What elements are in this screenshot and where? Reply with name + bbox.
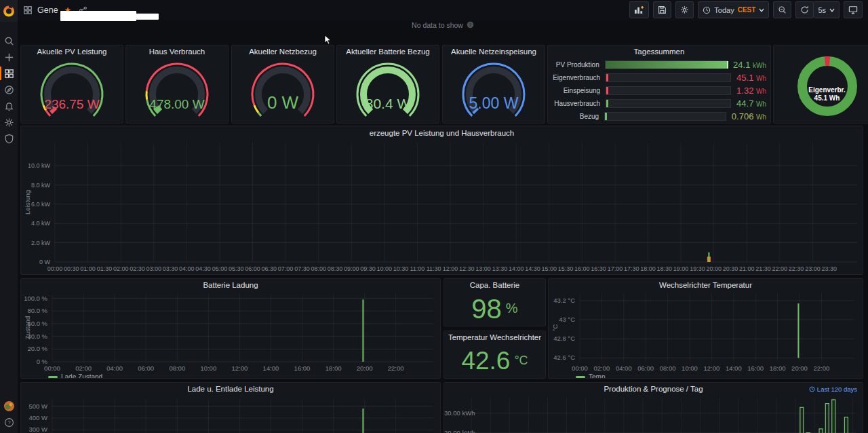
kiosk-mode-button[interactable] <box>844 1 863 18</box>
sidebar-item-dashboards[interactable] <box>0 65 18 81</box>
monitor-icon <box>848 5 858 14</box>
bar-gauge-row: PV Produktion24.1 kWh <box>551 59 766 71</box>
bar-gauge-row: Eigenverbrauch45.1 Wh <box>551 72 766 83</box>
y-axis-tick-label: 42.8 °C <box>549 335 575 343</box>
sidebar-item-profile[interactable] <box>0 398 18 414</box>
gauge: 0 W <box>232 58 334 123</box>
chart-legend: erzeugter StromVerbrauch <box>51 274 165 275</box>
sidebar-item-search[interactable] <box>0 33 18 49</box>
navbar: Gene ★ <box>18 0 868 20</box>
panel-wechselrichter-temperatur[interactable]: Wechselrichter Temperatur 42.6 °C42.8 °C… <box>548 278 863 379</box>
bar-gauge-label: Eigenverbrauch <box>551 74 606 81</box>
panel-title[interactable]: Batterie Ladung <box>21 279 440 291</box>
panel-title[interactable]: Temperatur Wechselrichter <box>444 331 545 343</box>
gauge: 80.4 W <box>337 58 439 123</box>
bar-gauge-fill <box>606 87 608 94</box>
y-axis-tick-label: 10.0 kW <box>21 162 50 170</box>
panel-title[interactable]: Haus Verbrauch <box>126 45 228 58</box>
shield-icon <box>4 134 14 144</box>
legend-item[interactable]: erzeugter Strom <box>51 274 113 275</box>
gauge-value: 5.00 W <box>469 94 519 112</box>
refresh-interval-select[interactable]: 5s <box>814 1 840 18</box>
panel-tagessummen[interactable]: Tagessummen PV Produktion24.1 kWhEigenve… <box>547 45 771 124</box>
panel-title[interactable]: Capa. Batterie <box>444 279 545 291</box>
panel-title[interactable]: Akuelle PV Leistung <box>21 45 123 58</box>
legend-item[interactable]: Lade Zustand <box>48 373 102 379</box>
panel-gauge-pv-leistung[interactable]: Akuelle PV Leistung 236.75 W <box>20 45 123 124</box>
donut-label: Eigenverbr. 45.1 Wh <box>774 86 868 102</box>
panel-title[interactable]: Akuelle Netzeinspeisung <box>443 45 545 58</box>
avatar <box>3 400 15 412</box>
panel-gauge-batterie-bezug[interactable]: Aktueller Batterie Bezug 80.4 W <box>336 45 439 124</box>
y-axis-tick-label: 500 W <box>21 402 47 411</box>
y-axis-tick-label: 20.00 kWh <box>444 429 467 433</box>
panel-gauge-netzbezug[interactable]: Akueller Netzbezug 0 W <box>231 45 334 124</box>
sidebar-item-create[interactable] <box>0 49 18 65</box>
time-range-link[interactable]: Last 120 days <box>809 385 857 393</box>
chart-legend: Lade Zustand <box>48 373 102 379</box>
legend-item[interactable]: Temp. <box>576 373 607 379</box>
sidebar-item-help[interactable]: ? <box>0 414 18 430</box>
time-range-picker[interactable]: Today CEST <box>698 1 769 18</box>
panel-title[interactable]: Produktion & Prognose / Tag <box>444 383 863 395</box>
stat-value: 42.6 <box>461 348 510 373</box>
compass-icon <box>4 85 14 95</box>
grafana-logo-icon <box>2 4 16 18</box>
bar-gauge-track <box>606 86 731 95</box>
info-icon[interactable]: ? <box>467 21 474 29</box>
panel-title[interactable]: Akueller Netzbezug <box>232 45 334 58</box>
panel-gauge-haus-verbrauch[interactable]: Haus Verbrauch 478.00 W <box>125 45 229 124</box>
y-axis-tick-label: 8.0 kW <box>21 181 50 189</box>
y-axis-tick-label: 43.2 °C <box>549 297 575 305</box>
refresh-button[interactable] <box>795 1 814 18</box>
panel-title[interactable]: Aktueller Batterie Bezug <box>337 45 439 58</box>
panel-gauge-netzeinspeisung[interactable]: Akuelle Netzeinspeisung 5.00 W <box>442 45 545 124</box>
dashboard-settings-button[interactable] <box>675 1 694 18</box>
add-panel-button[interactable] <box>629 1 649 18</box>
refresh-interval-label: 5s <box>818 6 826 14</box>
panel-title[interactable]: Tagessummen <box>548 45 770 58</box>
donut-label-name: Eigenverbr. <box>774 86 868 94</box>
no-data-text: No data to show <box>412 21 463 29</box>
bar-gauge-fill <box>605 113 607 120</box>
svg-text:?: ? <box>469 22 472 27</box>
bar-gauge-track <box>606 73 731 82</box>
panel-title[interactable]: Wechselrichter Temperatur <box>549 279 863 291</box>
zoom-out-button[interactable] <box>773 1 791 18</box>
panel-title[interactable]: erzeugte PV Leistung und Hausverbrauch <box>21 126 863 140</box>
clock-icon <box>703 6 711 14</box>
panel-eigenverbrauch-donut[interactable]: ↗ Eigenverbr. 45.1 Wh <box>773 45 868 124</box>
panel-pv-leistung-hausverbrauch[interactable]: erzeugte PV Leistung und Hausverbrauch 0… <box>20 126 863 275</box>
chart-canvas <box>444 395 863 433</box>
panel-batterie-ladung[interactable]: Batterie Ladung 0 %20.0 %40.0 %60.0 %80.… <box>20 278 441 379</box>
bar-chart: 30.00 kWh20.00 kWh10.00 kWh <box>444 395 863 433</box>
panel-lade-entlade-leistung[interactable]: Lade u. Entlade Leistung 500 W400 W300 W… <box>20 382 441 433</box>
legend-item[interactable]: Verbrauch <box>122 274 166 275</box>
sidebar-item-alerting[interactable] <box>0 98 18 114</box>
annotation-row: No data to show ? <box>18 20 868 29</box>
stat-unit: % <box>506 301 518 316</box>
stat-unit: °C <box>514 354 528 368</box>
sidebar-item-configuration[interactable] <box>0 114 18 130</box>
chart-canvas <box>21 395 440 433</box>
y-axis-tick-label: 400 W <box>21 414 47 422</box>
chart-legend: Temp. <box>576 373 607 379</box>
x-axis-tick-label: 04:00 <box>98 364 131 373</box>
panel-stat-temperatur-wechselrichter[interactable]: Temperatur Wechselrichter 42.6 °C <box>443 331 546 379</box>
y-axis-tick-label: 30.00 kWh <box>444 409 467 417</box>
sidebar-item-explore[interactable] <box>0 81 18 98</box>
y-axis-tick-label: 300 W <box>21 426 47 433</box>
panel-stat-capa-batterie[interactable]: Capa. Batterie 98 % <box>443 278 546 326</box>
gear-icon <box>4 117 14 128</box>
panel-title[interactable]: Lade u. Entlade Leistung <box>21 383 440 395</box>
bell-icon <box>4 101 14 111</box>
save-dashboard-button[interactable] <box>653 1 671 18</box>
sidebar-item-server-admin[interactable] <box>0 130 18 147</box>
bar-gauge-list: PV Produktion24.1 kWhEigenverbrauch45.1 … <box>548 58 770 123</box>
refresh-icon <box>800 5 809 14</box>
dashboards-icon <box>4 69 14 79</box>
stat-value-wrap: 98 % <box>444 291 545 326</box>
grafana-logo[interactable] <box>0 0 18 22</box>
panel-produktion-prognose[interactable]: Produktion & Prognose / Tag Last 120 day… <box>443 382 863 433</box>
dashboard-title[interactable]: Gene <box>37 5 58 15</box>
